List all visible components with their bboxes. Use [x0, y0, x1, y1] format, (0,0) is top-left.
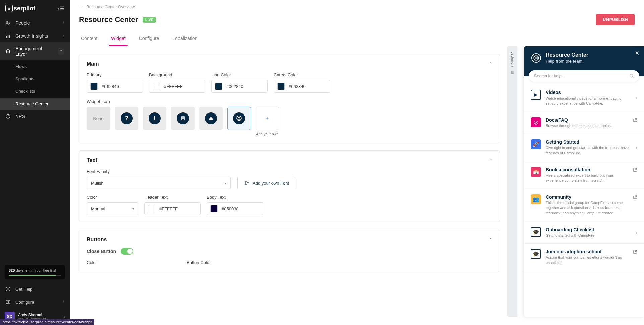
nav-checklists[interactable]: Checklists: [0, 85, 70, 97]
svg-point-21: [535, 57, 537, 59]
svg-rect-4: [9, 35, 10, 38]
preview-item-icon: 🚀: [531, 139, 541, 149]
preview-item-icon: 📅: [531, 167, 541, 177]
sliders-icon: [5, 299, 11, 305]
nav-flows[interactable]: Flows: [0, 60, 70, 73]
preview-item-desc: This is the official group for CampFires…: [546, 200, 628, 216]
unpublish-button[interactable]: UNPUBLISH: [596, 14, 635, 25]
carets-color-input[interactable]: #062840: [274, 80, 330, 93]
icon-option-book[interactable]: [171, 107, 195, 130]
arrow-left-icon: ←: [79, 5, 83, 9]
lifebuoy-icon: [531, 53, 541, 63]
chart-icon: [5, 33, 11, 39]
nav-spotlights[interactable]: Spotlights: [0, 73, 70, 85]
preview-item-icon: ◎: [531, 117, 541, 127]
question-icon: ?: [121, 112, 133, 124]
nav-growth[interactable]: Growth Insights ›: [0, 29, 70, 42]
preview-item-icon: 🎓: [531, 249, 541, 259]
preview-item-title: Community: [546, 194, 628, 200]
tab-configure[interactable]: Configure: [137, 32, 161, 46]
svg-point-0: [7, 21, 8, 23]
icon-option-info[interactable]: i: [143, 107, 166, 130]
tab-content[interactable]: Content: [79, 32, 99, 46]
main-card-title: Main: [87, 61, 99, 67]
icon-option-question[interactable]: ?: [115, 107, 138, 130]
body-text-color-input[interactable]: #050038: [207, 202, 263, 215]
preview-item-title: Book a consultation: [546, 167, 628, 172]
collapse-icon[interactable]: ⌃: [489, 62, 492, 66]
preview-item-icon: 🎓: [531, 227, 541, 237]
nav-engagement[interactable]: Engagement Layer ⌃: [0, 42, 70, 60]
svg-point-15: [238, 117, 240, 119]
primary-color-input[interactable]: #062840: [87, 80, 143, 93]
svg-point-1: [9, 22, 10, 23]
main-card: Main ⌃ Primary #062840 Background: [79, 54, 500, 143]
header-text-color-input[interactable]: #FFFFFF: [144, 202, 201, 215]
icon-option-hardhat[interactable]: [199, 107, 223, 130]
preview-item-desc: Assure that your companies efforts would…: [546, 255, 628, 265]
close-button-toggle[interactable]: [121, 248, 133, 255]
nav-get-help[interactable]: Get Help: [0, 283, 70, 296]
svg-rect-2: [6, 36, 7, 38]
background-color-input[interactable]: #FFFFFF: [149, 80, 205, 93]
color-swatch: [277, 83, 285, 90]
preview-item-title: Getting Started: [546, 139, 631, 145]
chevron-up-icon: ⌃: [58, 48, 64, 55]
preview-item[interactable]: ◎Docs/FAQBrowse through the most popular…: [524, 112, 644, 134]
sidebar-toggle[interactable]: ‹ ☰: [58, 6, 64, 11]
external-link-icon: [633, 195, 637, 200]
svg-line-27: [633, 77, 634, 78]
trial-box: 320 days left in your free trial: [5, 265, 65, 279]
preview-item-icon: ▶: [531, 90, 541, 100]
people-icon: [5, 20, 11, 26]
preview-item-title: Videos: [546, 90, 631, 95]
tab-widget[interactable]: Widget: [109, 32, 128, 46]
font-family-select[interactable]: Mulish ▾: [87, 177, 231, 189]
text-card: Text ⌃ Font Family Mulish ▾: [79, 150, 500, 222]
preview-item[interactable]: 📅Book a consultationHire a specialized e…: [524, 161, 644, 189]
preview-item[interactable]: ▶VideosWatch educational videos for a mo…: [524, 84, 644, 112]
add-font-button[interactable]: Add your own Font: [237, 177, 295, 189]
external-link-icon: [633, 118, 637, 123]
chevron-right-icon: ›: [63, 300, 64, 304]
chevron-right-icon: ›: [636, 95, 637, 101]
gauge-icon: [5, 114, 11, 119]
collapse-icon[interactable]: ⌃: [489, 237, 492, 242]
icon-color-input[interactable]: #062840: [211, 80, 268, 93]
search-input[interactable]: Search for help...: [529, 70, 639, 82]
chevron-right-icon: ›: [63, 21, 64, 25]
preview-item-title: Onboarding Checklist: [546, 227, 631, 232]
nav-nps[interactable]: NPS: [0, 110, 70, 123]
page-title: Resource Center: [79, 15, 138, 24]
preview-item[interactable]: 🎓Join our adoption school.Assure that yo…: [524, 244, 644, 271]
svg-rect-10: [181, 117, 185, 120]
collapse-icon[interactable]: ⌃: [489, 158, 492, 163]
book-icon: [177, 112, 189, 124]
icon-option-lifebuoy[interactable]: [227, 107, 251, 130]
close-icon[interactable]: ✕: [635, 50, 639, 56]
nav-resource-center[interactable]: Resource Center: [0, 97, 70, 110]
logo[interactable]: userpilot: [5, 5, 35, 12]
preview-item-desc: Hire a specialized expert to build out y…: [546, 173, 628, 183]
preview-subtitle: Help from the team!: [546, 59, 588, 64]
collapse-preview-rail[interactable]: Collapse: [507, 46, 517, 317]
chevron-down-icon: ▾: [225, 181, 226, 185]
preview-item-title: Docs/FAQ: [546, 117, 628, 123]
layers-icon: [5, 49, 11, 54]
preview-item[interactable]: 👥CommunityThis is the official group for…: [524, 189, 644, 221]
preview-item[interactable]: 🚀Getting StartedDive right in and get st…: [524, 134, 644, 161]
search-icon: [629, 74, 634, 78]
breadcrumb[interactable]: ← Resource Center Overview: [79, 5, 635, 9]
nav-configure[interactable]: Configure ›: [0, 296, 70, 308]
preview-item-desc: Watch educational videos for a more enga…: [546, 96, 631, 106]
type-icon: [244, 180, 249, 186]
tab-localization[interactable]: Localization: [170, 32, 199, 46]
text-color-select[interactable]: Manual ▾: [87, 202, 138, 215]
gear-icon: [5, 286, 11, 292]
chevron-right-icon: ›: [636, 145, 637, 150]
nav-people[interactable]: People ›: [0, 17, 70, 29]
chevron-down-icon: ▾: [132, 207, 134, 211]
icon-option-add[interactable]: ＋: [256, 107, 279, 130]
icon-option-none[interactable]: None: [87, 107, 110, 130]
preview-item[interactable]: 🎓Onboarding ChecklistGetting started wit…: [524, 221, 644, 244]
